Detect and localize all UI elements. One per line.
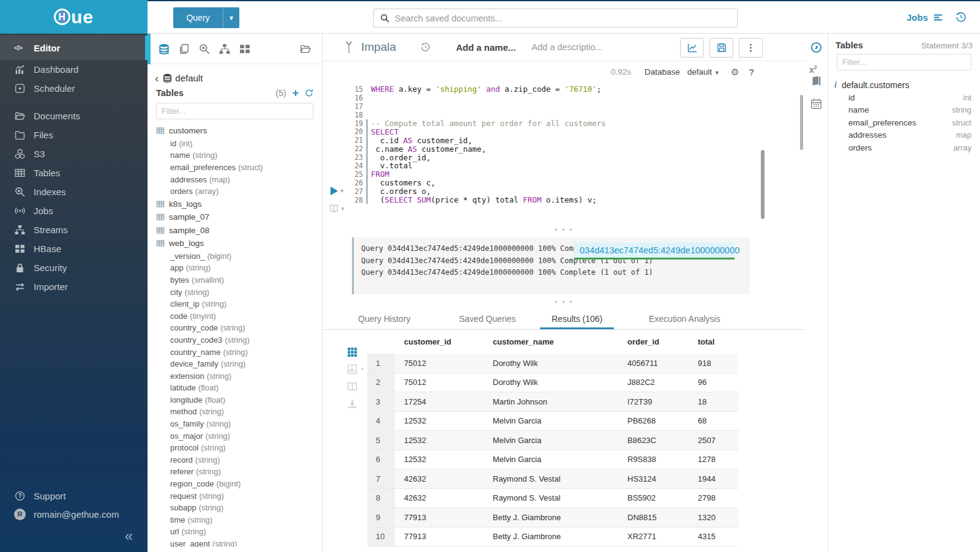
sidebar-item-jobs[interactable]: Jobs bbox=[0, 201, 148, 220]
field-item[interactable]: city(string) bbox=[148, 286, 322, 298]
query-description-field[interactable]: Add a descriptio... bbox=[532, 42, 603, 52]
functions-icon[interactable]: x2 bbox=[809, 65, 817, 75]
jobs-list-icon[interactable] bbox=[933, 13, 943, 22]
field-row-addresses[interactable]: addressesmap bbox=[828, 129, 980, 142]
field-item[interactable]: referer(string) bbox=[148, 466, 322, 478]
column-header-customer_id[interactable]: customer_id bbox=[395, 337, 484, 346]
sql-editor[interactable]: 15WHERE a.key = 'shipping' and a.zip_cod… bbox=[323, 83, 806, 222]
jobs-link[interactable]: Jobs bbox=[907, 12, 928, 23]
field-item[interactable]: app(string) bbox=[148, 262, 322, 274]
back-chevron-icon[interactable]: ‹ bbox=[155, 75, 159, 82]
column-header-customer_name[interactable]: customer_name bbox=[484, 337, 618, 346]
active-table-row[interactable]: i default.customers bbox=[828, 75, 980, 91]
table-item-sample_08[interactable]: sample_08 bbox=[148, 223, 322, 237]
field-item[interactable]: _version_(bigint) bbox=[148, 250, 322, 262]
results-resize-handle[interactable]: • • • bbox=[323, 294, 806, 310]
sidebar-item-files[interactable]: Files bbox=[0, 125, 148, 144]
sidebar-item-hbase[interactable]: HBase bbox=[0, 239, 148, 258]
field-item[interactable]: code(tinyint) bbox=[148, 310, 322, 322]
sidebar-item-documents[interactable]: Documents bbox=[0, 106, 148, 125]
field-item[interactable]: client_ip(string) bbox=[148, 298, 322, 310]
editor-assistant-icon[interactable] bbox=[810, 42, 822, 53]
add-table-icon[interactable]: + bbox=[292, 89, 299, 97]
new-query-button[interactable]: Query ▼ bbox=[173, 7, 239, 28]
table-item-sample_07[interactable]: sample_07 bbox=[148, 211, 322, 224]
chart-button[interactable] bbox=[680, 38, 704, 58]
query-id-link[interactable]: 034d413ec7474ed5:4249de1000000000 bbox=[574, 242, 735, 259]
query-dropdown-caret-icon[interactable]: ▼ bbox=[223, 15, 239, 21]
column-header-order_id[interactable]: order_id bbox=[618, 337, 689, 346]
sidebar-item-importer[interactable]: Importer bbox=[0, 277, 148, 296]
field-item[interactable]: os_family(string) bbox=[148, 418, 322, 430]
sidebar-item-support[interactable]: ? Support bbox=[0, 487, 148, 505]
field-item[interactable]: url(string) bbox=[148, 526, 322, 538]
search-input[interactable] bbox=[395, 13, 731, 23]
tab-results-106[interactable]: Results (106) bbox=[540, 310, 614, 329]
field-item[interactable]: record(string) bbox=[148, 454, 322, 466]
grid-view-icon[interactable] bbox=[347, 347, 357, 357]
language-reference-icon[interactable] bbox=[810, 75, 822, 87]
sidebar-item-s3[interactable]: S3 bbox=[0, 144, 148, 163]
field-item[interactable]: subapp(string) bbox=[148, 502, 322, 514]
field-row-email_preferences[interactable]: email_preferencesstruct bbox=[828, 116, 980, 129]
editor-resize-handle[interactable]: • • • bbox=[323, 222, 806, 237]
sidebar-item-user[interactable]: R romain@gethue.com bbox=[0, 505, 148, 523]
field-item[interactable]: id(int) bbox=[148, 138, 322, 150]
tables-filter-input[interactable] bbox=[156, 103, 313, 119]
sidebar-item-indexes[interactable]: Indexes bbox=[0, 182, 148, 201]
tab-execution-analysis[interactable]: Execution Analysis bbox=[649, 310, 720, 329]
assist-hbase-icon[interactable] bbox=[239, 43, 250, 54]
field-item[interactable]: request(string) bbox=[148, 490, 322, 502]
assist-databases-icon[interactable] bbox=[159, 43, 170, 54]
sidebar-item-tables[interactable]: Tables bbox=[0, 163, 148, 182]
field-item[interactable]: country_code3(string) bbox=[148, 334, 322, 346]
assist-search-icon[interactable] bbox=[199, 43, 210, 54]
collapse-sidebar-icon[interactable]: « bbox=[125, 528, 133, 544]
field-item[interactable]: protocol(string) bbox=[148, 442, 322, 454]
tab-query-history[interactable]: Query History bbox=[358, 310, 411, 329]
field-row-name[interactable]: namestring bbox=[828, 104, 980, 117]
field-item[interactable]: orders(array) bbox=[148, 185, 322, 198]
right-filter-input[interactable] bbox=[837, 54, 971, 70]
columns-view-icon[interactable] bbox=[347, 381, 357, 392]
field-item[interactable]: user_agent(string) bbox=[148, 538, 322, 546]
field-item[interactable]: email_preferences(struct) bbox=[148, 162, 322, 174]
query-name-field[interactable]: Add a name... bbox=[456, 42, 516, 53]
field-item[interactable]: method(string) bbox=[148, 406, 322, 418]
settings-gear-icon[interactable]: ⚙ bbox=[731, 67, 739, 78]
field-item[interactable]: bytes(smallint) bbox=[148, 274, 322, 286]
query-history-icon[interactable] bbox=[956, 12, 967, 23]
sidebar-item-editor[interactable]: </>Editor bbox=[0, 35, 148, 60]
refresh-tables-icon[interactable] bbox=[305, 89, 313, 97]
table-item-web_logs[interactable]: web_logs bbox=[148, 237, 322, 250]
download-icon[interactable] bbox=[347, 398, 357, 409]
assist-folder-icon[interactable] bbox=[300, 43, 311, 54]
language-reference-button[interactable]: ▼ bbox=[329, 204, 344, 213]
field-item[interactable]: time(string) bbox=[148, 514, 322, 526]
table-item-k8s_logs[interactable]: k8s_logs bbox=[148, 197, 322, 211]
execute-options-caret-icon[interactable]: ▼ bbox=[340, 188, 343, 194]
more-actions-button[interactable]: ⋮ bbox=[739, 38, 763, 58]
info-icon[interactable]: i bbox=[834, 80, 837, 90]
sidebar-item-dashboard[interactable]: Dashboard bbox=[0, 60, 148, 79]
assist-documents-icon[interactable] bbox=[179, 43, 190, 54]
editor-history-icon[interactable] bbox=[421, 42, 430, 52]
sidebar-item-scheduler[interactable]: Scheduler bbox=[0, 79, 148, 98]
field-item[interactable]: name(string) bbox=[148, 149, 322, 162]
save-button[interactable] bbox=[709, 38, 733, 58]
database-name[interactable]: default bbox=[175, 73, 203, 83]
sidebar-item-streams[interactable]: Streams bbox=[0, 220, 148, 239]
help-icon[interactable]: ? bbox=[749, 67, 754, 77]
field-item[interactable]: device_family(string) bbox=[148, 358, 322, 370]
field-row-id[interactable]: idint bbox=[828, 91, 980, 104]
execute-button[interactable]: ▼ bbox=[331, 187, 343, 195]
editor-scrollbar[interactable] bbox=[761, 150, 765, 219]
sidebar-item-security[interactable]: Security bbox=[0, 258, 148, 277]
database-select[interactable]: default ▼ bbox=[687, 67, 720, 76]
hue-logo[interactable]: Hue bbox=[54, 7, 94, 28]
field-item[interactable]: os_major(string) bbox=[148, 430, 322, 442]
schedule-icon[interactable] bbox=[810, 98, 822, 110]
field-item[interactable]: addresses(map) bbox=[148, 173, 322, 185]
tab-saved-queries[interactable]: Saved Queries bbox=[459, 310, 516, 329]
field-row-orders[interactable]: ordersarray bbox=[828, 141, 980, 154]
